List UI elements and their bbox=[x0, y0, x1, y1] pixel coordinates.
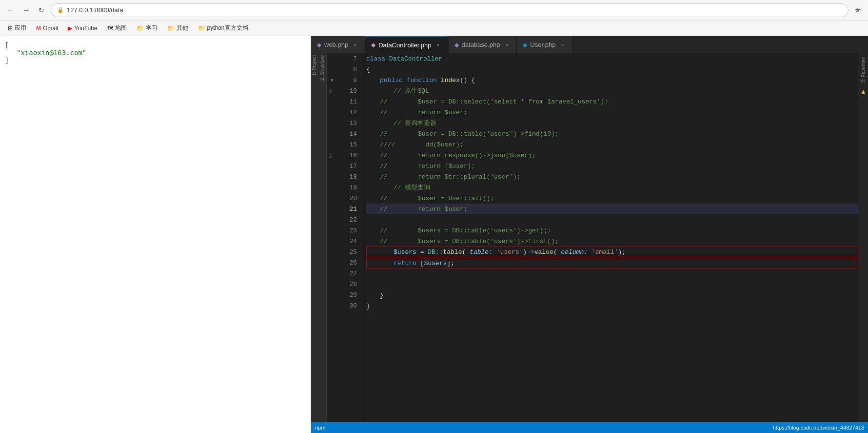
bookmark-apps-label: 应用 bbox=[15, 24, 26, 32]
code-line-27 bbox=[366, 268, 858, 279]
tab-datacontroller-php[interactable]: ◆ DataController.php × bbox=[365, 36, 448, 53]
bookmark-python[interactable]: 📁 python官方文档 bbox=[194, 23, 252, 33]
gutter: ▼ ◇ △ bbox=[327, 53, 337, 422]
web-php-icon: ◆ bbox=[317, 41, 321, 48]
code-line-26: return [$users]; bbox=[366, 258, 858, 268]
favorites-star-icon[interactable]: ★ bbox=[860, 88, 867, 96]
project-panel-label[interactable]: 1: Project bbox=[311, 53, 317, 78]
diamond-icon-21: △ bbox=[329, 153, 333, 158]
code-line-12: // return $user; bbox=[366, 107, 858, 118]
code-line-24: // $users = DB::table('users')->first(); bbox=[366, 236, 858, 247]
line-num-13: 13 bbox=[341, 118, 360, 128]
reload-button[interactable]: ↻ bbox=[35, 4, 48, 17]
editor-tabs: ◆ web.php × ◆ DataController.php × ◆ dat… bbox=[311, 36, 868, 53]
line-num-25: 25 bbox=[341, 247, 360, 257]
code-line-18: // return Str::plural('user'); bbox=[366, 171, 858, 182]
line-num-9: 9 bbox=[341, 75, 360, 85]
tab-database-php[interactable]: ◆ database.php × bbox=[449, 36, 517, 53]
code-editor: ◆ web.php × ◆ DataController.php × ◆ dat… bbox=[311, 36, 868, 433]
bookmark-gmail[interactable]: M Gmail bbox=[32, 24, 62, 33]
fold-icon-9[interactable]: ▼ bbox=[330, 78, 335, 83]
code-line-7: class DataController bbox=[366, 53, 858, 64]
browser-page: [ "xiaoxin@163.com" ] bbox=[0, 36, 311, 433]
diamond-icon-10: ◇ bbox=[329, 88, 333, 93]
line-num-23: 23 bbox=[341, 225, 360, 236]
browser-toolbar: ← → ↻ 🔒 127.0.0.1:8000/data ★ bbox=[0, 0, 868, 21]
user-php-icon: ◆ bbox=[523, 41, 527, 48]
line-num-18: 18 bbox=[341, 171, 360, 182]
other-folder-icon: 📁 bbox=[167, 25, 175, 32]
bookmark-youtube[interactable]: ▶ YouTube bbox=[64, 24, 101, 33]
line-num-26: 26 bbox=[341, 257, 360, 268]
python-folder-icon: 📁 bbox=[198, 25, 205, 32]
code-line-13: // 查询构造器 bbox=[366, 118, 858, 128]
line-num-24: 24 bbox=[341, 236, 360, 247]
code-line-30: } bbox=[366, 301, 858, 311]
forward-button[interactable]: → bbox=[20, 4, 32, 17]
favorites-panel: 2: Favorites ★ bbox=[858, 53, 868, 422]
browser-chrome: ← → ↻ 🔒 127.0.0.1:8000/data ★ ⊞ 应用 M Gma… bbox=[0, 0, 868, 36]
tab-user-php-label: User.php bbox=[530, 41, 555, 48]
youtube-icon: ▶ bbox=[68, 25, 72, 32]
structure-panel-label[interactable]: Z: Structure bbox=[319, 53, 325, 82]
code-line-17: // return [$user]; bbox=[366, 161, 858, 171]
gutter-line21: △ bbox=[327, 150, 337, 161]
code-line-28 bbox=[366, 279, 858, 290]
url-text: 127.0.0.1:8000/data bbox=[67, 6, 123, 14]
code-line-29: } bbox=[366, 290, 858, 301]
project-panel: 1: Project bbox=[311, 53, 318, 422]
bookmark-star-button[interactable]: ★ bbox=[851, 4, 864, 17]
line-num-7: 7 bbox=[341, 53, 360, 64]
bookmark-python-label: python官方文档 bbox=[207, 24, 248, 32]
line-num-21: 21 bbox=[341, 204, 360, 214]
tab-user-php-close[interactable]: × bbox=[558, 41, 566, 49]
gmail-icon: M bbox=[36, 25, 41, 32]
line-num-30: 30 bbox=[341, 300, 360, 311]
line-num-22: 22 bbox=[341, 214, 360, 225]
code-line-19: // 模型查询 bbox=[366, 182, 858, 193]
code-line-8: { bbox=[366, 64, 858, 75]
json-string-value: "xiaoxin@163.com" bbox=[17, 49, 86, 57]
tab-database-php-close[interactable]: × bbox=[503, 41, 511, 49]
tab-web-php-close[interactable]: × bbox=[351, 41, 359, 49]
line-num-27: 27 bbox=[341, 268, 360, 279]
code-line-9: public function index() { bbox=[366, 75, 858, 85]
address-bar[interactable]: 🔒 127.0.0.1:8000/data bbox=[51, 3, 848, 17]
tab-user-php[interactable]: ◆ User.php × bbox=[517, 36, 572, 53]
line-num-12: 12 bbox=[341, 107, 360, 118]
line-num-14: 14 bbox=[341, 128, 360, 139]
datacontroller-php-icon: ◆ bbox=[371, 41, 375, 48]
line-num-16: 16 bbox=[341, 150, 360, 161]
line-num-29: 29 bbox=[341, 289, 360, 300]
bookmarks-bar: ⊞ 应用 M Gmail ▶ YouTube 🗺 地图 📁 学习 📁 其他 📁 … bbox=[0, 21, 868, 36]
structure-panel: Z: Structure bbox=[318, 53, 327, 422]
back-button[interactable]: ← bbox=[4, 4, 17, 17]
favorites-panel-label[interactable]: 2: Favorites bbox=[860, 53, 867, 86]
code-line-11: // $user = DB::select('select * from lar… bbox=[366, 96, 858, 107]
database-php-icon: ◆ bbox=[454, 41, 459, 48]
tab-datacontroller-php-label: DataController.php bbox=[378, 41, 431, 49]
status-right-url[interactable]: https://blog.csdn.net/weixin_44827418 bbox=[773, 425, 864, 431]
code-line-15: //// dd($user); bbox=[366, 139, 858, 150]
code-line-23: // $users = DB::table('users')->get(); bbox=[366, 225, 858, 236]
code-line-22 bbox=[366, 214, 858, 225]
json-close-bracket: ] bbox=[5, 57, 9, 64]
line-num-11: 11 bbox=[341, 96, 360, 107]
apps-icon: ⊞ bbox=[8, 25, 13, 32]
bookmark-study[interactable]: 📁 学习 bbox=[133, 23, 161, 33]
line-num-17: 17 bbox=[341, 161, 360, 171]
tab-datacontroller-php-close[interactable]: × bbox=[434, 41, 442, 49]
code-line-14: // $user = DB::table('users')->find(19); bbox=[366, 128, 858, 139]
line-num-20: 20 bbox=[341, 193, 360, 204]
tab-web-php[interactable]: ◆ web.php × bbox=[311, 36, 365, 53]
bookmark-apps[interactable]: ⊞ 应用 bbox=[4, 23, 30, 33]
tab-database-php-label: database.php bbox=[462, 41, 500, 48]
main-area: [ "xiaoxin@163.com" ] ◆ web.php × ◆ Data… bbox=[0, 36, 868, 433]
bookmark-maps[interactable]: 🗺 地图 bbox=[103, 23, 131, 33]
line-numbers: 7 8 9 10 11 12 13 14 15 16 17 18 19 20 2… bbox=[337, 53, 364, 422]
gutter-line10: ◇ bbox=[327, 85, 337, 96]
maps-icon: 🗺 bbox=[107, 25, 113, 32]
bookmark-other[interactable]: 📁 其他 bbox=[163, 23, 192, 33]
code-line-20: // $user = User::all(); bbox=[366, 193, 858, 204]
line-num-19: 19 bbox=[341, 182, 360, 193]
